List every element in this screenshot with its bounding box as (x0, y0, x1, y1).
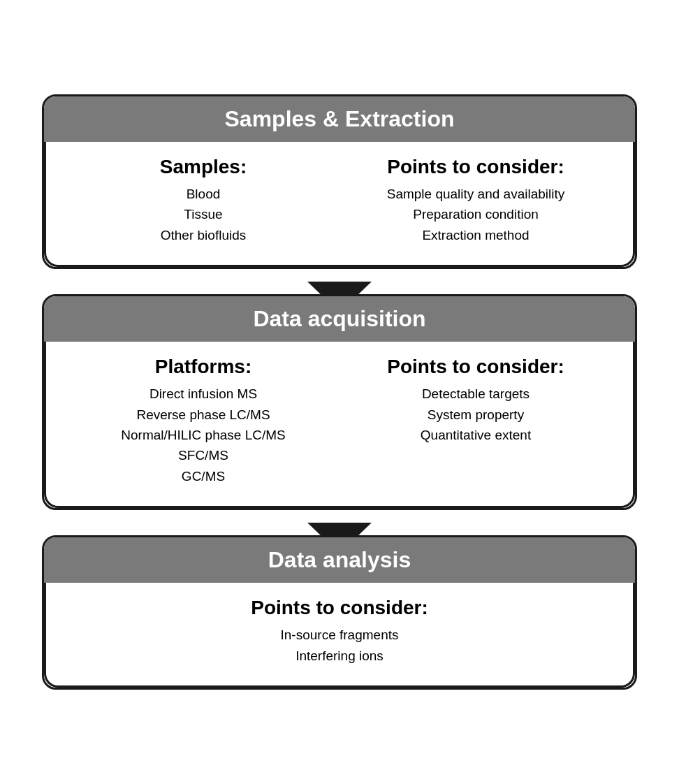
section1-left-item-1: Blood (187, 184, 221, 204)
section2-content: Platforms: Direct infusion MS Reverse ph… (44, 342, 635, 508)
section2-right-item-3: Quantitative extent (421, 425, 531, 445)
section3-block: Data analysis Points to consider: In-sou… (42, 535, 637, 690)
section1-right-title: Points to consider: (387, 156, 564, 178)
section1-block: Samples & Extraction Samples: Blood Tiss… (42, 94, 637, 269)
section1-right-col: Points to consider: Sample quality and a… (340, 156, 612, 245)
section2-left-item-5: GC/MS (182, 466, 225, 486)
section1-content: Samples: Blood Tissue Other biofluids Po… (44, 142, 635, 267)
section1-left-col: Samples: Blood Tissue Other biofluids (67, 156, 340, 245)
section1-right-item-2: Preparation condition (413, 204, 539, 224)
section3-header: Data analysis (44, 537, 635, 583)
section2-title: Data acquisition (253, 306, 425, 331)
section2-right-title: Points to consider: (387, 356, 564, 378)
section2-right-col: Points to consider: Detectable targets S… (340, 356, 612, 486)
section1-right-item-1: Sample quality and availability (387, 184, 565, 204)
section1-left-item-2: Tissue (184, 204, 222, 224)
section2-left-title: Platforms: (155, 356, 251, 378)
section2-left-item-4: SFC/MS (178, 445, 228, 465)
section3-points-title: Points to consider: (251, 597, 428, 619)
section2-right-item-2: System property (428, 405, 524, 425)
section2-block: Data acquisition Platforms: Direct infus… (42, 294, 637, 510)
section3-title: Data analysis (268, 547, 411, 572)
section1-left-title: Samples: (160, 156, 247, 178)
section1-title: Samples & Extraction (225, 106, 455, 131)
section2-left-item-2: Reverse phase LC/MS (136, 405, 270, 425)
section2-left-col: Platforms: Direct infusion MS Reverse ph… (67, 356, 340, 486)
section3-points-item-1: In-source fragments (281, 625, 399, 645)
section1-left-item-3: Other biofluids (161, 225, 247, 245)
section2-header: Data acquisition (44, 296, 635, 342)
flowchart: Samples & Extraction Samples: Blood Tiss… (42, 94, 637, 690)
section2-left-item-1: Direct infusion MS (149, 384, 257, 404)
section1-right-item-3: Extraction method (422, 225, 529, 245)
section3-points-item-2: Interfering ions (295, 646, 384, 666)
section2-right-item-1: Detectable targets (422, 384, 530, 404)
section2-left-item-3: Normal/HILIC phase LC/MS (121, 425, 285, 445)
section1-header: Samples & Extraction (44, 96, 635, 142)
section3-content: Points to consider: In-source fragments … (44, 583, 635, 688)
